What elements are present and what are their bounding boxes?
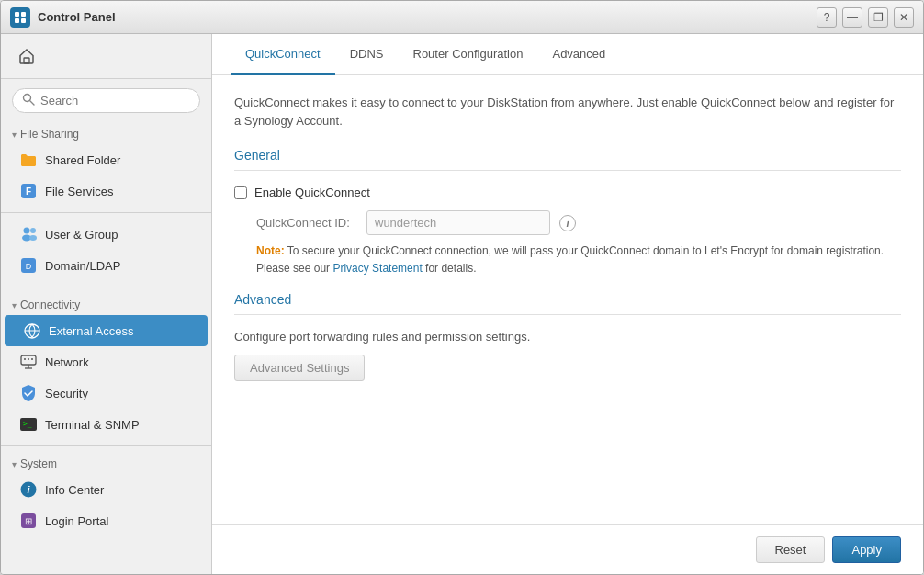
minimize-button[interactable]: —: [842, 7, 862, 28]
sidebar-item-label-security: Security: [45, 387, 88, 400]
section-header-connectivity[interactable]: ▾ Connectivity: [1, 293, 211, 315]
divider-3: [1, 445, 211, 446]
sidebar-item-external-access[interactable]: External Access: [5, 315, 208, 346]
svg-point-9: [24, 228, 30, 234]
svg-text:⊞: ⊞: [25, 516, 32, 526]
section-system: ▾ System i Info Center: [1, 452, 211, 536]
divider-2: [1, 287, 211, 288]
sidebar-item-network[interactable]: Network: [1, 346, 211, 378]
maximize-button[interactable]: ❐: [868, 7, 888, 28]
sidebar-item-label-file-services: File Services: [45, 185, 113, 198]
sidebar-item-label-shared-folder: Shared Folder: [45, 153, 120, 167]
file-services-icon: F: [19, 182, 38, 200]
svg-point-20: [31, 358, 33, 360]
help-button[interactable]: ?: [817, 7, 837, 28]
external-access-icon: [23, 321, 41, 340]
section-user-group: User & Group D Domain/LDAP: [1, 219, 211, 281]
advanced-settings-button[interactable]: Advanced Settings: [234, 355, 365, 381]
window-controls: ? — ❐ ✕: [817, 7, 914, 28]
info-icon[interactable]: i: [559, 215, 576, 231]
sidebar-item-label-network: Network: [45, 355, 89, 369]
network-icon: [19, 353, 38, 371]
search-icon: [22, 93, 35, 108]
note-label: Note:: [256, 244, 285, 257]
sidebar-item-label-login-portal: Login Portal: [45, 514, 108, 528]
titlebar: Control Panel ? — ❐ ✕: [1, 1, 923, 34]
svg-rect-3: [21, 18, 26, 23]
svg-line-6: [30, 101, 35, 106]
sidebar-item-login-portal[interactable]: ⊞ Login Portal: [1, 505, 211, 536]
sidebar-item-info-center[interactable]: i Info Center: [1, 474, 211, 505]
folder-icon: [19, 151, 38, 169]
note-suffix: for details.: [425, 262, 476, 275]
security-icon: [19, 384, 38, 402]
tab-bar: QuickConnect DDNS Router Configuration A…: [212, 34, 923, 75]
enable-quickconnect-label[interactable]: Enable QuickConnect: [234, 186, 370, 199]
note-text: Note: To secure your QuickConnect connec…: [234, 242, 901, 277]
chevron-down-icon-connectivity: ▾: [12, 300, 17, 310]
svg-rect-2: [15, 18, 19, 23]
window-title: Control Panel: [38, 10, 817, 24]
sidebar: ▾ File Sharing Shared Folder F File Serv…: [1, 34, 212, 574]
svg-rect-1: [21, 12, 26, 17]
chevron-down-icon-system: ▾: [12, 459, 17, 469]
main-layout: ▾ File Sharing Shared Folder F File Serv…: [1, 34, 923, 574]
login-portal-icon: ⊞: [19, 512, 38, 530]
svg-text:>_: >_: [23, 420, 32, 428]
sidebar-item-terminal-snmp[interactable]: >_ Terminal & SNMP: [1, 409, 211, 440]
section-header-file-sharing[interactable]: ▾ File Sharing: [1, 122, 211, 144]
advanced-section-title: Advanced: [234, 292, 901, 315]
control-panel-window: Control Panel ? — ❐ ✕: [0, 0, 924, 575]
apply-button[interactable]: Apply: [832, 536, 901, 563]
quickconnect-id-row: QuickConnect ID: i: [234, 210, 901, 235]
sidebar-item-label-external-access: External Access: [49, 324, 134, 338]
content-body: QuickConnect makes it easy to connect to…: [212, 75, 923, 524]
content-footer: Reset Apply: [212, 524, 923, 574]
sidebar-item-security[interactable]: Security: [1, 378, 211, 409]
reset-button[interactable]: Reset: [756, 536, 826, 563]
advanced-section-description: Configure port forwarding rules and perm…: [234, 330, 901, 344]
tab-router-configuration[interactable]: Router Configuration: [399, 34, 538, 75]
section-label-system: System: [20, 457, 57, 470]
section-label-file-sharing: File Sharing: [20, 128, 79, 141]
privacy-statement-link[interactable]: Privacy Statement: [332, 262, 422, 275]
sidebar-search-container: [1, 79, 211, 122]
svg-text:D: D: [26, 262, 32, 271]
terminal-icon: >_: [19, 415, 38, 434]
sidebar-item-file-services[interactable]: F File Services: [1, 175, 211, 207]
home-button[interactable]: [12, 41, 41, 71]
chevron-down-icon: ▾: [12, 130, 17, 140]
close-button[interactable]: ✕: [894, 7, 914, 28]
section-header-system[interactable]: ▾ System: [1, 452, 211, 474]
svg-rect-0: [15, 12, 19, 17]
sidebar-item-shared-folder[interactable]: Shared Folder: [1, 144, 211, 175]
sidebar-item-user-group[interactable]: User & Group: [1, 219, 211, 250]
content-area: QuickConnect DDNS Router Configuration A…: [212, 34, 923, 574]
tab-advanced[interactable]: Advanced: [537, 34, 620, 75]
svg-point-19: [28, 358, 29, 360]
info-center-icon: i: [19, 480, 38, 499]
svg-point-12: [29, 235, 37, 241]
tab-ddns[interactable]: DDNS: [335, 34, 399, 75]
sidebar-item-label-domain-ldap: Domain/LDAP: [45, 259, 120, 273]
intro-text: QuickConnect makes it easy to connect to…: [234, 94, 901, 130]
search-box: [12, 88, 200, 113]
search-input[interactable]: [40, 94, 190, 107]
domain-icon: D: [19, 256, 38, 275]
svg-point-18: [24, 358, 26, 360]
svg-rect-4: [24, 58, 29, 63]
quickconnect-id-input[interactable]: [366, 210, 550, 235]
section-label-connectivity: Connectivity: [20, 299, 80, 311]
user-group-icon: [19, 225, 38, 243]
tab-quickconnect[interactable]: QuickConnect: [231, 34, 335, 75]
svg-point-11: [30, 228, 36, 233]
enable-quickconnect-row: Enable QuickConnect: [234, 186, 901, 199]
app-icon: [10, 7, 30, 28]
sidebar-item-domain-ldap[interactable]: D Domain/LDAP: [1, 250, 211, 281]
svg-text:F: F: [26, 186, 31, 197]
enable-quickconnect-text: Enable QuickConnect: [254, 186, 370, 199]
section-file-sharing: ▾ File Sharing Shared Folder F File Serv…: [1, 122, 211, 207]
quickconnect-id-label: QuickConnect ID:: [256, 216, 357, 230]
enable-quickconnect-checkbox[interactable]: [234, 186, 247, 199]
general-section-title: General: [234, 148, 901, 171]
